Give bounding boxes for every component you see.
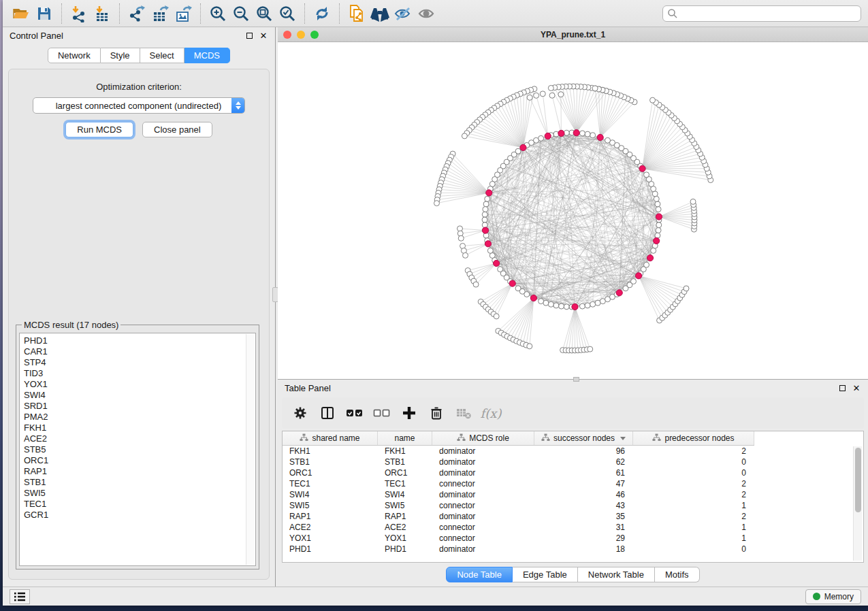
table-cell[interactable]: 1 [633,533,754,543]
table-cell[interactable]: connector [432,533,534,543]
table-row[interactable]: STB1STB1dominator620 [283,457,863,467]
column-view-icon[interactable] [319,404,336,422]
table-scrollbar[interactable] [853,446,862,561]
sort-desc-icon[interactable] [620,437,626,440]
zoom-window-icon[interactable] [310,31,319,39]
mcds-hub-node[interactable] [635,273,641,279]
mcds-hub-node[interactable] [520,144,526,150]
table-row[interactable]: RAP1RAP1dominator352 [283,511,863,522]
table-cell[interactable]: 61 [534,468,633,478]
mcds-hub-node[interactable] [486,190,492,196]
apply-layout-icon[interactable] [310,3,334,24]
mcds-result-item[interactable]: TEC1 [24,499,255,510]
column-header-name[interactable]: name [378,431,432,445]
table-cell[interactable]: SWI4 [378,490,432,499]
export-image-icon[interactable] [172,3,195,24]
mcds-hub-node[interactable] [656,214,662,220]
table-cell[interactable]: 2 [633,512,754,521]
tab-select[interactable]: Select [140,48,184,63]
mcds-result-item[interactable]: ORC1 [24,455,255,466]
import-network-icon[interactable] [67,3,91,24]
task-history-button[interactable] [10,589,30,604]
mcds-result-item[interactable]: RAP1 [24,466,255,477]
table-cell[interactable]: YOX1 [378,533,432,543]
list-scrollbar[interactable] [246,334,255,565]
mcds-hub-node[interactable] [545,133,551,139]
table-cell[interactable]: dominator [432,512,534,521]
delete-column-icon[interactable] [428,404,445,422]
export-network-icon[interactable] [125,3,148,24]
table-cell[interactable]: ACE2 [283,523,378,532]
mcds-result-item[interactable]: CAR1 [24,346,255,357]
tab-motifs[interactable]: Motifs [655,567,700,582]
mcds-result-item[interactable]: STB1 [24,477,255,488]
table-cell[interactable]: 2 [633,490,754,499]
mcds-result-item[interactable]: SWI4 [24,390,255,401]
save-session-icon[interactable] [33,3,56,24]
column-header-shared-name[interactable]: shared name [283,431,378,445]
table-cell[interactable]: 46 [534,490,633,499]
tab-mcds[interactable]: MCDS [184,48,230,63]
table-row[interactable]: SWI5SWI5connector431 [283,500,863,511]
column-header-predecessor-nodes[interactable]: predecessor nodes [633,431,754,445]
table-cell[interactable]: 1 [633,523,754,532]
show-all-icon[interactable] [415,3,438,24]
table-cell[interactable]: PHD1 [378,544,432,554]
table-cell[interactable]: STB1 [283,457,378,467]
mcds-result-item[interactable]: YOX1 [24,379,255,390]
network-canvas[interactable] [278,42,868,379]
table-cell[interactable]: dominator [432,446,534,456]
table-cell[interactable]: ORC1 [283,468,378,478]
table-cell[interactable]: connector [432,523,534,532]
export-table-icon[interactable] [148,3,172,24]
close-window-icon[interactable] [283,31,291,39]
table-cell[interactable]: TEC1 [378,479,432,489]
table-cell[interactable]: SWI5 [378,501,432,510]
mcds-result-item[interactable]: TID3 [24,368,255,379]
mcds-result-item[interactable]: SWI5 [24,488,255,499]
table-cell[interactable]: 0 [633,468,754,478]
close-panel-button[interactable]: Close panel [142,122,212,137]
table-cell[interactable]: PHD1 [283,544,378,554]
table-cell[interactable]: 0 [633,544,754,554]
close-panel-icon[interactable]: ✕ [259,31,268,40]
table-cell[interactable]: 62 [534,457,633,467]
clone-network-icon[interactable] [345,3,368,24]
float-panel-icon[interactable] [837,383,847,393]
mcds-hub-node[interactable] [482,227,488,233]
gear-icon[interactable] [291,404,309,422]
column-header-MCDS-role[interactable]: MCDS role [432,431,534,445]
horizontal-splitter-grip[interactable] [573,377,579,382]
mcds-result-item[interactable]: STB5 [24,444,255,455]
column-header-successor-nodes[interactable]: successor nodes [534,431,633,445]
table-cell[interactable]: SWI4 [283,490,378,499]
table-cell[interactable]: RAP1 [378,512,432,521]
table-cell[interactable]: ORC1 [378,468,432,478]
mcds-hub-node[interactable] [509,280,515,286]
table-cell[interactable]: 35 [534,512,633,521]
mcds-hub-node[interactable] [654,237,660,244]
table-cell[interactable]: 1 [633,501,754,510]
table-cell[interactable]: 18 [534,544,633,554]
table-cell[interactable]: FKH1 [283,446,378,456]
table-cell[interactable]: dominator [432,490,534,499]
mcds-hub-node[interactable] [647,255,653,261]
zoom-in-icon[interactable] [206,3,229,24]
table-cell[interactable]: STB1 [378,457,432,467]
table-row[interactable]: YOX1YOX1connector291 [283,533,863,544]
table-row[interactable]: ACE2ACE2connector311 [283,522,863,533]
tab-network-table[interactable]: Network Table [578,567,655,582]
mcds-result-item[interactable]: ACE2 [24,433,255,444]
table-cell[interactable]: ACE2 [378,523,432,532]
table-cell[interactable]: 2 [633,479,754,489]
table-cell[interactable]: YOX1 [283,533,378,543]
table-row[interactable]: PHD1PHD1dominator180 [283,544,863,555]
table-cell[interactable]: 43 [534,501,633,510]
mcds-hub-node[interactable] [573,130,579,136]
table-row[interactable]: ORC1ORC1dominator610 [283,467,863,478]
close-panel-icon[interactable]: ✕ [852,383,861,393]
table-cell[interactable]: 47 [534,479,633,489]
scrollbar-thumb[interactable] [855,448,861,512]
open-file-icon[interactable] [10,3,33,24]
zoom-selected-icon[interactable] [276,3,299,24]
